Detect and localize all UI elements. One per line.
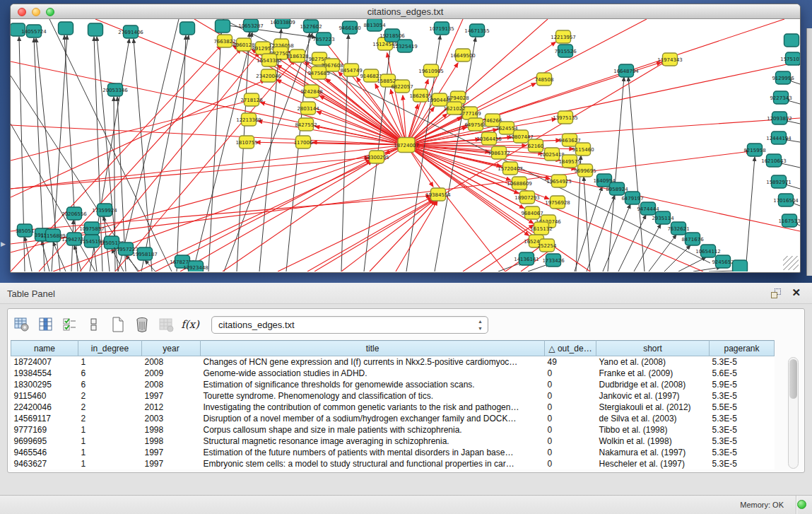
table-cell[interactable]: Structural magnetic resonance image aver…: [201, 436, 545, 447]
table-row[interactable]: 2242004622012Investigating the contribut…: [11, 402, 775, 413]
network-node[interactable]: 10688609: [507, 177, 532, 189]
table-cell[interactable]: Embryonic stem cells: a model to study s…: [201, 458, 545, 469]
table-cell[interactable]: 0: [545, 390, 596, 402]
network-node[interactable]: 17359924: [92, 204, 117, 216]
table-cell[interactable]: Nakamura et al. (1997): [596, 447, 710, 458]
network-node[interactable]: 9699695: [574, 164, 596, 177]
network-node[interactable]: 16648794: [613, 64, 639, 77]
resize-grip[interactable]: [783, 256, 799, 270]
table-cell[interactable]: 5.3E-5: [710, 390, 775, 402]
table-cell[interactable]: 0: [545, 413, 596, 424]
network-node[interactable]: 9242848: [300, 85, 322, 98]
table-cell[interactable]: 5.5E-5: [710, 402, 775, 413]
table-cell[interactable]: 0: [545, 436, 596, 447]
table-cell[interactable]: Changes of HCN gene expression and I(f) …: [201, 356, 545, 368]
table-cell[interactable]: Genome-wide association studies in ADHD.: [201, 368, 545, 379]
table-row[interactable]: 1938455462009Genome-wide association stu…: [11, 368, 775, 379]
table-cell[interactable]: 2008: [142, 379, 201, 390]
table-cell[interactable]: 1998: [142, 424, 201, 436]
network-node[interactable]: 748508: [535, 73, 554, 86]
selection-mode-button[interactable]: [60, 315, 80, 334]
network-canvas[interactable]: 7663822896012889129541222605898275051654…: [11, 19, 800, 271]
network-node[interactable]: [733, 260, 748, 271]
network-node[interactable]: 7915526: [554, 45, 577, 57]
network-node[interactable]: 62160: [528, 139, 543, 152]
table-cell[interactable]: Hescheler et al. (1997): [596, 458, 710, 469]
network-node[interactable]: 14136141: [514, 252, 539, 265]
network-node[interactable]: 15751074: [780, 52, 800, 65]
table-cell[interactable]: 2008: [142, 356, 201, 368]
table-cell[interactable]: 1997: [142, 458, 201, 469]
row-height-button[interactable]: [84, 315, 104, 334]
window-titlebar[interactable]: citations_edges.txt: [11, 4, 800, 19]
table-cell[interactable]: de Silva et al. (2003): [596, 413, 710, 424]
table-cell[interactable]: 5.3E-5: [710, 458, 775, 469]
table-cell[interactable]: 1997: [142, 390, 201, 402]
table-cell[interactable]: 1: [78, 447, 142, 458]
column-header[interactable]: in_degree: [78, 341, 142, 356]
table-cell[interactable]: 9777169: [11, 424, 78, 436]
network-node[interactable]: 12213957: [551, 30, 576, 43]
table-cell[interactable]: Tibbo et al. (1998): [596, 424, 710, 436]
network-node[interactable]: 7986372: [488, 146, 510, 159]
function-builder-button[interactable]: f(x): [180, 315, 200, 334]
table-cell[interactable]: 1: [78, 458, 142, 469]
network-node[interactable]: 19610905: [418, 64, 444, 77]
column-header[interactable]: △ out_de…: [545, 341, 596, 356]
table-cell[interactable]: 2003: [142, 413, 201, 424]
table-cell[interactable]: 2: [78, 402, 142, 413]
table-cell[interactable]: Disruption of a novel member of a sodium…: [201, 413, 545, 424]
table-cell[interactable]: 18724007: [11, 356, 78, 368]
panel-collapse-arrow-icon[interactable]: ▶: [1, 240, 6, 247]
table-cell[interactable]: 18300295: [11, 379, 78, 390]
float-window-icon[interactable]: [771, 288, 781, 298]
network-node[interactable]: 12444194: [766, 132, 792, 144]
table-cell[interactable]: Investigating the contribution of common…: [201, 402, 545, 413]
table-cell[interactable]: 0: [545, 379, 596, 390]
network-node[interactable]: 385051: [16, 224, 35, 237]
table-cell[interactable]: 5.3E-5: [710, 356, 775, 368]
table-cell[interactable]: Estimation of the future numbers of pati…: [201, 447, 545, 458]
network-node[interactable]: 1810755: [235, 136, 257, 148]
network-node[interactable]: 2718126: [240, 93, 263, 106]
network-node[interactable]: 16210643: [761, 154, 787, 167]
table-cell[interactable]: 6: [78, 368, 142, 379]
table-row[interactable]: 969969511998Structural magnetic resonanc…: [11, 436, 775, 447]
network-node[interactable]: 6479197: [621, 192, 643, 204]
network-node[interactable]: 8215958: [743, 144, 765, 156]
network-node[interactable]: 15720407: [498, 162, 523, 175]
table-row[interactable]: 946362711997Embryonic stem cells: a mode…: [11, 458, 775, 469]
table-cell[interactable]: 22420046: [11, 402, 78, 413]
table-row[interactable]: 946554611997Estimation of the future num…: [11, 447, 775, 458]
table-cell[interactable]: 0: [545, 424, 596, 436]
network-node[interactable]: [180, 22, 195, 35]
table-cell[interactable]: 5.3E-5: [710, 413, 775, 424]
network-node[interactable]: 9115460: [572, 143, 594, 156]
table-cell[interactable]: 0: [545, 402, 596, 413]
network-node[interactable]: 17016504: [773, 194, 799, 206]
network-node[interactable]: 15892971: [766, 175, 792, 188]
network-node[interactable]: 252254: [538, 239, 557, 252]
network-node[interactable]: 8454749: [340, 64, 362, 76]
network-node[interactable]: 8471676: [681, 233, 704, 245]
table-mode-button[interactable]: [12, 315, 32, 334]
table-cell[interactable]: 2: [78, 413, 142, 424]
network-node[interactable]: 6822057: [391, 80, 413, 93]
table-selector-dropdown[interactable]: citations_edges.txt ▲▼: [211, 316, 488, 334]
memory-ok-icon[interactable]: [797, 500, 806, 509]
column-header[interactable]: short: [596, 341, 710, 356]
network-node[interactable]: [59, 22, 73, 35]
table-cell[interactable]: 0: [545, 458, 596, 469]
network-node[interactable]: 12093872: [767, 112, 792, 124]
network-node[interactable]: 7857223: [312, 33, 334, 45]
table-cell[interactable]: 1: [78, 436, 142, 447]
table-cell[interactable]: Estimation of significance thresholds fo…: [201, 379, 545, 390]
table-cell[interactable]: Jankovic et al. (1997): [596, 390, 710, 402]
table-cell[interactable]: 9465546: [11, 447, 78, 458]
network-node[interactable]: 1615132: [530, 222, 552, 235]
table-row[interactable]: 977716911998Corpus callosum shape and si…: [11, 424, 775, 436]
network-node[interactable]: 27691406: [118, 25, 143, 38]
table-cell[interactable]: 49: [545, 356, 596, 368]
table-scrollbar[interactable]: [788, 357, 799, 469]
table-cell[interactable]: 0: [545, 447, 596, 458]
